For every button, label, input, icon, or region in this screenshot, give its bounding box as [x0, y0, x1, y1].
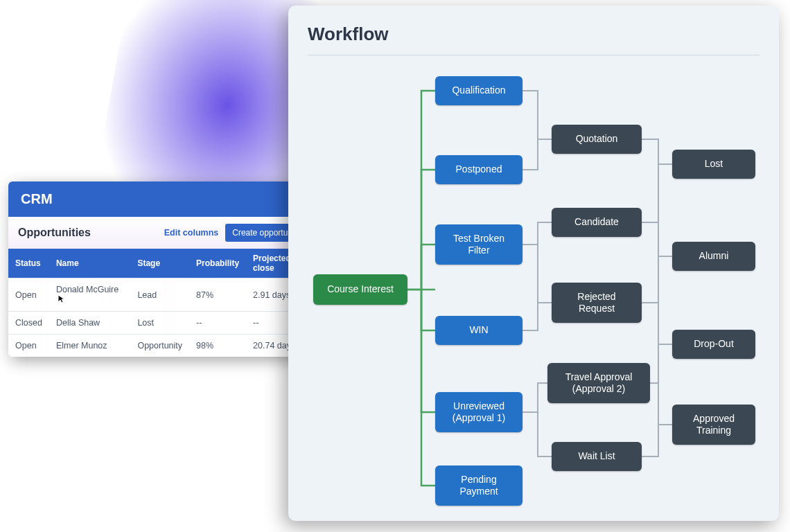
node-qualification[interactable]: Qualification [435, 76, 523, 105]
node-quotation[interactable]: Quotation [552, 125, 642, 154]
crm-toolbar: Opportunities Edit columns Create opport… [8, 217, 317, 249]
node-pending-payment[interactable]: Pending Payment [435, 466, 523, 506]
node-course-interest[interactable]: Course Interest [313, 274, 407, 305]
workflow-canvas: Course Interest Qualification Postponed … [308, 60, 760, 510]
table-row[interactable]: Open Donald McGuire Lead 87% 2.91 days [8, 278, 317, 312]
node-rejected-request[interactable]: Rejected Request [552, 283, 642, 323]
divider [308, 55, 760, 55]
cell-stage: Lost [130, 312, 189, 335]
col-name[interactable]: Name [49, 249, 131, 278]
cursor-icon [58, 294, 66, 304]
table-row[interactable]: Closed Della Shaw Lost -- -- [8, 312, 317, 335]
cell-stage: Opportunity [130, 335, 189, 357]
node-win[interactable]: WIN [435, 316, 523, 345]
workflow-title: Workflow [308, 24, 760, 45]
cell-status: Closed [8, 312, 49, 335]
crm-panel: CRM Opportunities Edit columns Create op… [8, 181, 317, 357]
cell-status: Open [8, 278, 49, 312]
workflow-panel: Workflow [288, 6, 779, 521]
cell-status: Open [8, 335, 49, 357]
node-drop-out[interactable]: Drop-Out [672, 330, 755, 359]
node-alumni[interactable]: Alumni [672, 242, 755, 271]
node-travel-approval[interactable]: Travel Approval (Approval 2) [547, 363, 650, 403]
edit-columns-link[interactable]: Edit columns [164, 228, 218, 238]
node-postponed[interactable]: Postponed [435, 155, 523, 184]
node-candidate[interactable]: Candidate [552, 208, 642, 237]
cell-name: Della Shaw [49, 312, 131, 335]
node-approved-training[interactable]: Approved Training [672, 405, 755, 445]
node-wait-list[interactable]: Wait List [552, 442, 642, 471]
opportunities-heading: Opportunities [18, 227, 91, 239]
crm-title: CRM [8, 181, 317, 217]
node-test-broken-filter[interactable]: Test Broken Filter [435, 224, 523, 265]
cell-probability: 87% [189, 278, 246, 312]
col-stage[interactable]: Stage [130, 249, 189, 278]
col-probability[interactable]: Probability [189, 249, 246, 278]
cell-name: Donald McGuire [49, 278, 131, 312]
cell-stage: Lead [130, 278, 189, 312]
col-status[interactable]: Status [8, 249, 49, 278]
node-lost[interactable]: Lost [672, 150, 755, 179]
table-row[interactable]: Open Elmer Munoz Opportunity 98% 20.74 d… [8, 335, 317, 357]
cell-name: Elmer Munoz [49, 335, 131, 357]
cell-probability: 98% [189, 335, 246, 357]
opportunities-table: Status Name Stage Probability Projected … [8, 249, 317, 357]
cell-probability: -- [189, 312, 246, 335]
node-unreviewed[interactable]: Unreviewed (Approval 1) [435, 392, 523, 432]
